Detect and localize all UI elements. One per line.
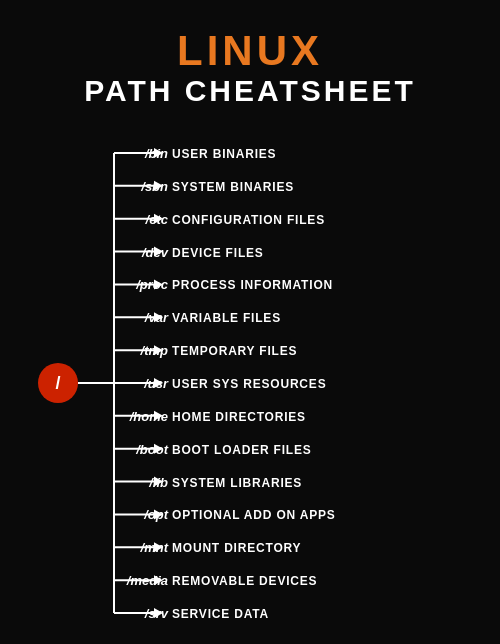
path-description-3: DEVICE FILES (172, 245, 264, 259)
path-diagram: / /binUSER BINARIES/sbnSYSTEM BINARIES/e… (20, 138, 480, 628)
title-section: LINUX PATH CHEATSHEET (84, 28, 416, 107)
diagram-container: / /binUSER BINARIES/sbnSYSTEM BINARIES/e… (20, 121, 480, 644)
root-slash: / (55, 373, 60, 393)
path-label-13: /media (126, 573, 168, 588)
path-label-2: /etc (145, 211, 169, 226)
path-description-0: USER BINARIES (172, 147, 276, 161)
title-cheatsheet: PATH CHEATSHEET (84, 74, 416, 107)
path-description-12: MOUNT DIRECTORY (172, 541, 301, 555)
path-label-5: /var (144, 310, 169, 325)
path-description-9: BOOT LOADER FILES (172, 442, 312, 456)
path-description-7: USER SYS RESOURCES (172, 377, 326, 391)
path-description-6: TEMPORARY FILES (172, 344, 297, 358)
path-label-8: /home (129, 408, 168, 423)
path-label-10: /lib (148, 474, 168, 489)
path-description-13: REMOVABLE DEVICES (172, 574, 317, 588)
path-description-11: OPTIONAL ADD ON APPS (172, 508, 336, 522)
path-description-8: HOME DIRECTORIES (172, 409, 306, 423)
path-description-1: SYSTEM BINARIES (172, 179, 294, 193)
path-label-7: /usr (143, 376, 169, 391)
path-label-4: /proc (135, 277, 169, 292)
path-description-10: SYSTEM LIBRARIES (172, 475, 302, 489)
path-label-11: /opt (143, 507, 168, 522)
path-description-4: PROCESS INFORMATION (172, 278, 333, 292)
path-label-1: /sbn (140, 178, 168, 193)
path-label-3: /dev (141, 244, 169, 259)
path-label-0: /bin (144, 146, 168, 161)
path-label-9: /boot (135, 441, 168, 456)
path-description-14: SERVICE DATA (172, 607, 269, 621)
path-label-6: /tmp (140, 343, 169, 358)
title-linux: LINUX (84, 28, 416, 74)
path-description-2: CONFIGURATION FILES (172, 212, 325, 226)
path-label-12: /mnt (140, 540, 169, 555)
path-label-14: /srv (144, 606, 169, 621)
path-description-5: VARIABLE FILES (172, 311, 281, 325)
